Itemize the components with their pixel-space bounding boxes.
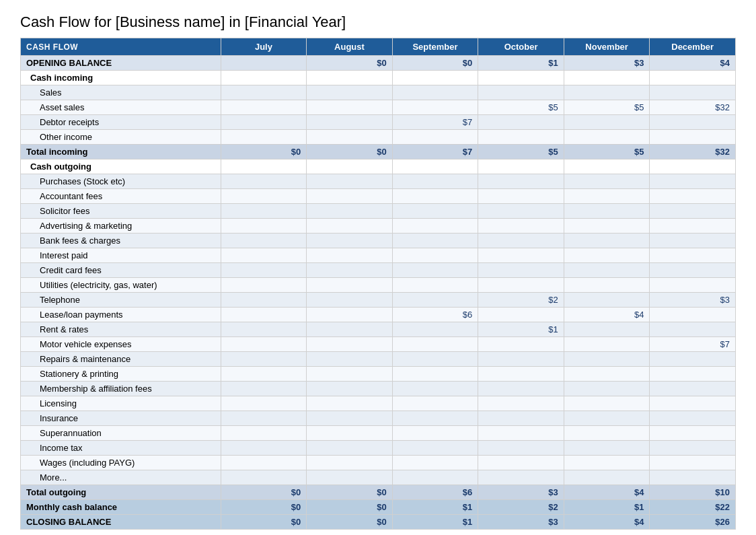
cell-value	[392, 189, 478, 204]
cell-value	[307, 367, 393, 382]
cell-value	[478, 278, 564, 293]
cell-value: $3	[650, 293, 736, 308]
cell-value	[564, 85, 650, 100]
cell-value	[392, 204, 478, 219]
cell-value: $4	[564, 308, 650, 322]
cell-value	[307, 71, 393, 85]
row-label: Credit card fees	[21, 263, 221, 278]
cell-value	[221, 263, 307, 278]
cell-value	[392, 337, 478, 352]
cell-value	[564, 115, 650, 130]
cell-value	[650, 263, 736, 278]
cell-value: $3	[478, 485, 564, 500]
cell-value	[478, 367, 564, 382]
cell-value	[650, 189, 736, 204]
cell-value: $0	[307, 56, 393, 71]
cell-value: $2	[478, 500, 564, 515]
cell-value: $5	[478, 100, 564, 115]
cell-value	[478, 352, 564, 367]
cell-value: $0	[307, 485, 393, 500]
cell-value	[307, 411, 393, 426]
cell-value: $3	[564, 56, 650, 71]
cell-value	[307, 219, 393, 234]
row-label: Utilities (electricity, gas, water)	[21, 278, 221, 293]
cell-value	[221, 456, 307, 470]
cell-value	[564, 367, 650, 382]
cell-value	[307, 174, 393, 189]
cell-value	[478, 71, 564, 85]
cell-value	[478, 382, 564, 396]
cell-value	[307, 322, 393, 337]
row-label: Accountant fees	[21, 189, 221, 204]
cell-value	[564, 219, 650, 234]
cell-value	[564, 426, 650, 441]
cell-value	[221, 234, 307, 248]
cell-value	[650, 396, 736, 411]
cell-value	[392, 219, 478, 234]
column-header-label: CASH FLOW	[21, 38, 221, 56]
cell-value	[478, 248, 564, 263]
cell-value	[478, 308, 564, 322]
cell-value	[478, 263, 564, 278]
cell-value: $10	[650, 485, 736, 500]
cell-value	[650, 278, 736, 293]
row-label: Purchases (Stock etc)	[21, 174, 221, 189]
cell-value: $0	[221, 145, 307, 159]
cell-value	[650, 159, 736, 174]
cell-value: $5	[564, 145, 650, 159]
cell-value	[564, 263, 650, 278]
page-title: Cash Flow for [Business name] in [Financ…	[20, 13, 736, 31]
cell-value	[392, 234, 478, 248]
cell-value	[221, 367, 307, 382]
column-header-october: October	[478, 38, 564, 56]
cell-value	[307, 248, 393, 263]
cell-value	[478, 426, 564, 441]
cell-value	[307, 189, 393, 204]
cell-value	[307, 159, 393, 174]
column-header-november: November	[564, 38, 650, 56]
column-header-september: September	[392, 38, 478, 56]
row-label: Stationery & printing	[21, 367, 221, 382]
cell-value	[221, 396, 307, 411]
cell-value	[392, 263, 478, 278]
cell-value	[564, 396, 650, 411]
cell-value: $2	[478, 293, 564, 308]
cell-value	[564, 204, 650, 219]
cell-value	[650, 204, 736, 219]
cell-value	[650, 456, 736, 470]
row-label: Cash incoming	[21, 71, 221, 85]
row-label: Motor vehicle expenses	[21, 337, 221, 352]
row-label: Repairs & maintenance	[21, 352, 221, 367]
cell-value	[307, 441, 393, 456]
cell-value	[307, 293, 393, 308]
cell-value	[392, 382, 478, 396]
cell-value	[392, 278, 478, 293]
cell-value	[307, 85, 393, 100]
cell-value	[478, 441, 564, 456]
cell-value	[650, 219, 736, 234]
row-label: Wages (including PAYG)	[21, 456, 221, 470]
row-label: Insurance	[21, 411, 221, 426]
cell-value: $3	[478, 515, 564, 530]
row-label: OPENING BALANCE	[21, 56, 221, 71]
cell-value	[564, 71, 650, 85]
cell-value: $0	[221, 500, 307, 515]
row-label: Superannuation	[21, 426, 221, 441]
cell-value	[307, 100, 393, 115]
cell-value	[650, 85, 736, 100]
row-label: CLOSING BALANCE	[21, 515, 221, 530]
cell-value	[392, 367, 478, 382]
row-label: Membership & affiliation fees	[21, 382, 221, 396]
cell-value: $7	[650, 337, 736, 352]
cell-value	[564, 248, 650, 263]
cell-value: $22	[650, 500, 736, 515]
cell-value	[564, 293, 650, 308]
cell-value	[221, 159, 307, 174]
cell-value	[650, 322, 736, 337]
cell-value	[392, 441, 478, 456]
cell-value	[650, 382, 736, 396]
cell-value: $5	[478, 145, 564, 159]
cell-value	[307, 352, 393, 367]
cell-value	[221, 115, 307, 130]
cell-value	[221, 219, 307, 234]
